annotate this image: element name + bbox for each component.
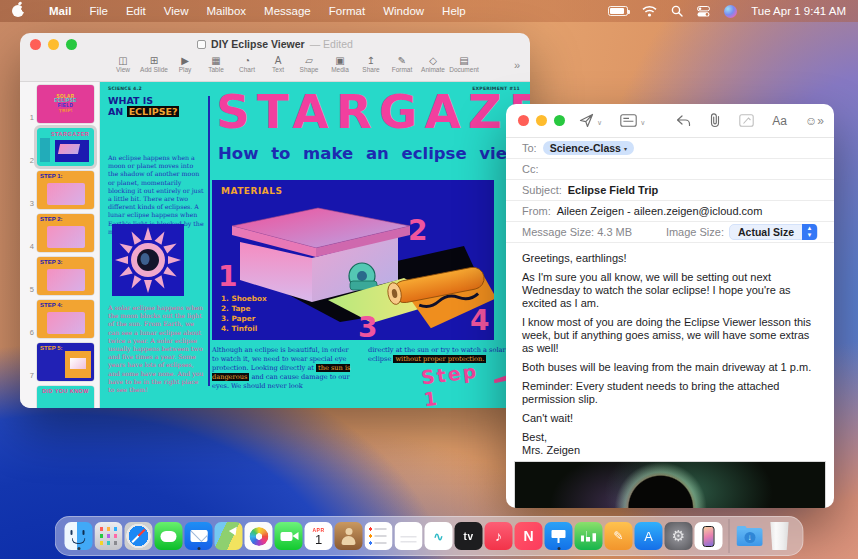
window-title: DIY Eclipse Viewer <box>211 38 305 50</box>
table-button[interactable]: ▦Table <box>201 55 231 73</box>
siri-icon[interactable] <box>724 5 737 18</box>
chart-button[interactable]: ◔Chart <box>232 55 262 73</box>
spotlight-search-icon[interactable] <box>671 5 683 17</box>
dock-news[interactable]: N <box>515 522 543 550</box>
play-button[interactable]: ▶Play <box>170 55 200 73</box>
dock-trash[interactable] <box>768 522 792 550</box>
materials-panel: 1 2 3 4 MATERIALS 1. Shoebox 2. Tape 3. … <box>212 180 494 340</box>
media-button[interactable]: ▣Media <box>325 55 355 73</box>
dock-iphone-mirroring[interactable] <box>695 522 723 550</box>
close-button[interactable] <box>518 115 529 126</box>
fonts-button[interactable]: Aa <box>772 114 787 128</box>
menu-window[interactable]: Window <box>374 5 433 17</box>
from-field[interactable]: From: Aileen Zeigen - aileen.zeigen@iclo… <box>506 201 834 222</box>
dock-contacts[interactable] <box>335 522 363 550</box>
slide-thumbnail-6[interactable]: 6 STEP 4: <box>20 300 99 338</box>
dock-freeform[interactable]: ∿ <box>425 522 453 550</box>
dock-safari[interactable] <box>125 522 153 550</box>
menu-message[interactable]: Message <box>255 5 320 17</box>
slide-thumbnail-8[interactable]: DID YOU KNOW <box>20 386 99 408</box>
dock-finder[interactable] <box>65 522 93 550</box>
shape-button[interactable]: ▱Shape <box>294 55 324 73</box>
dock-system-settings[interactable]: ⚙ <box>665 522 693 550</box>
document-panel-icon: ▤ <box>459 55 468 66</box>
add-slide-button[interactable]: ⊞Add Slide <box>139 55 169 73</box>
menu-help[interactable]: Help <box>433 5 475 17</box>
menu-edit[interactable]: Edit <box>117 5 155 17</box>
dock-apple-tv[interactable]: tv <box>455 522 483 550</box>
menu-mailbox[interactable]: Mailbox <box>197 5 255 17</box>
dock-calendar[interactable]: APR 1 <box>305 522 333 550</box>
send-button[interactable] <box>579 113 594 128</box>
document-button[interactable]: ▤Document <box>449 55 479 73</box>
dock-facetime[interactable] <box>275 522 303 550</box>
image-size-select[interactable]: Actual Size ▲▼ <box>729 224 818 240</box>
dock-notes[interactable] <box>395 522 423 550</box>
menu-file[interactable]: File <box>80 5 117 17</box>
animate-button[interactable]: ◇Animate <box>418 55 448 73</box>
sun-eclipse-illustration <box>112 224 184 296</box>
slide-title: STARGAZER <box>216 84 530 139</box>
slide-thumbnail-2-selected[interactable]: 2 STARGAZER <box>20 128 99 166</box>
dock-keynote[interactable] <box>545 522 573 550</box>
dock-downloads-folder[interactable]: ↓ <box>736 522 764 550</box>
zoom-button[interactable] <box>554 115 565 126</box>
select-stepper-icon[interactable]: ▲▼ <box>802 224 817 240</box>
control-center-icon[interactable] <box>697 6 710 17</box>
message-body[interactable]: Greetings, earthlings! As I'm sure you a… <box>506 243 834 457</box>
toolbar-overflow-icon[interactable]: » <box>514 55 520 75</box>
slide-canvas[interactable]: SCIENCE 4.2 EXPERIMENT #11 WHAT IS AN EC… <box>100 82 530 408</box>
dock-maps[interactable] <box>215 522 243 550</box>
science-label: SCIENCE 4.2 <box>108 86 142 91</box>
view-button[interactable]: ◫View <box>108 55 138 73</box>
dock-messages[interactable] <box>155 522 183 550</box>
dock-reminders[interactable] <box>365 522 393 550</box>
slide-thumbnail-3[interactable]: 3 STEP 1: <box>20 171 99 209</box>
recipient-token[interactable]: Science-Class ▾ <box>543 141 634 155</box>
format-button[interactable]: ✎Format <box>387 55 417 73</box>
message-size-value: 4.3 MB <box>597 226 632 238</box>
menu-bar-clock[interactable]: Tue Apr 1 9:41 AM <box>751 5 846 17</box>
minimize-button[interactable] <box>536 115 547 126</box>
dock-music[interactable]: ♪ <box>485 522 513 550</box>
dock-photos[interactable] <box>245 522 273 550</box>
cc-field[interactable]: Cc: <box>506 159 834 180</box>
dock-numbers[interactable] <box>575 522 603 550</box>
dock-launchpad[interactable] <box>95 522 123 550</box>
slide-thumbnail-1[interactable]: 1 SOLAR ECLIPSE FIELD TRIP! <box>20 85 99 123</box>
slide-thumbnail-7[interactable]: 7 STEP 5: <box>20 343 99 381</box>
share-button[interactable]: ↥Share <box>356 55 386 73</box>
slide-thumbnail-5[interactable]: 5 STEP 3: <box>20 257 99 295</box>
dock-divider <box>729 519 730 553</box>
markup-button[interactable] <box>739 114 754 127</box>
reply-indicator-icon[interactable] <box>676 115 691 127</box>
header-fields-chevron-icon[interactable]: ∨ <box>640 119 645 127</box>
svg-text:2: 2 <box>408 214 427 247</box>
text-icon: A <box>275 55 282 66</box>
apple-menu-icon[interactable] <box>12 5 24 17</box>
slide-thumbnail-4[interactable]: 4 STEP 2: <box>20 214 99 252</box>
dock-pages[interactable]: ✎ <box>605 522 633 550</box>
header-fields-button[interactable] <box>620 114 637 127</box>
mail-toolbar-overflow-icon[interactable]: » <box>817 114 824 128</box>
materials-title: MATERIALS <box>221 186 282 196</box>
text-button[interactable]: AText <box>263 55 293 73</box>
recipient-chevron-icon[interactable]: ▾ <box>624 145 627 152</box>
download-arrow-icon: ↓ <box>744 532 755 543</box>
column-divider <box>208 96 210 386</box>
emoji-button[interactable]: ☺ <box>805 114 817 128</box>
to-field[interactable]: To: Science-Class ▾ <box>506 138 834 159</box>
dock-app-store[interactable]: A <box>635 522 663 550</box>
subject-field[interactable]: Subject: Eclipse Field Trip <box>506 180 834 201</box>
edited-label: — Edited <box>310 38 353 50</box>
menu-mail[interactable]: Mail <box>40 5 80 17</box>
dock-mail[interactable] <box>185 522 213 550</box>
eclipse-photo-attachment[interactable] <box>514 461 826 508</box>
battery-icon[interactable] <box>608 6 628 16</box>
menu-view[interactable]: View <box>155 5 198 17</box>
send-options-chevron-icon[interactable]: ∨ <box>597 119 602 127</box>
wifi-icon[interactable] <box>642 6 657 17</box>
menu-format[interactable]: Format <box>320 5 374 17</box>
view-icon: ◫ <box>118 55 127 66</box>
attach-file-button[interactable] <box>709 113 721 128</box>
